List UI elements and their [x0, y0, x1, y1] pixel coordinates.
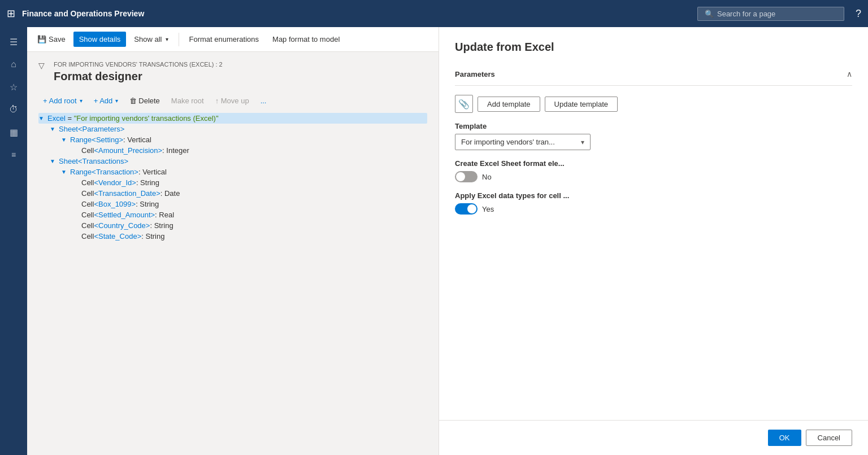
page-title: Format designer: [54, 70, 223, 83]
format-enumerations-button[interactable]: Format enumerations: [184, 32, 265, 47]
grid-icon[interactable]: ⊞: [7, 7, 15, 20]
attach-button[interactable]: 📎: [455, 95, 473, 113]
expand-sheet-transactions-icon[interactable]: ▼: [50, 158, 59, 164]
right-panel-footer: OK Cancel: [439, 420, 868, 455]
right-panel: Update from Excel Parameters ∧ 📎 Add tem…: [439, 27, 868, 455]
tree-node-cell-amount[interactable]: Cell<Amount_Precision>: Integer: [38, 145, 427, 156]
add-arrow-icon: ▾: [115, 98, 118, 104]
show-all-button[interactable]: Show all ▾: [128, 32, 173, 47]
more-button[interactable]: ...: [256, 94, 271, 107]
create-excel-value: No: [482, 173, 492, 181]
breadcrumb: FOR IMPORTING VENDORS' TRANSACTIONS (EXC…: [54, 61, 223, 68]
create-excel-label: Create Excel Sheet format ele...: [455, 159, 852, 168]
tree-node-cell-state[interactable]: Cell<State_Code>: String: [38, 231, 427, 242]
make-root-button[interactable]: Make root: [167, 94, 209, 107]
ok-button[interactable]: OK: [768, 430, 801, 446]
expand-sheet-params-icon[interactable]: ▼: [50, 126, 59, 132]
create-excel-toggle-row: No: [455, 171, 852, 182]
apply-excel-toggle[interactable]: [455, 203, 478, 215]
main-layout: ☰ ⌂ ☆ ⏱ ▦ ≡ 💾 Save Show details Show all…: [0, 27, 868, 455]
show-details-button[interactable]: Show details: [73, 32, 127, 47]
collapse-icon[interactable]: ∧: [847, 69, 852, 78]
sidebar-item-menu[interactable]: ☰: [3, 32, 24, 52]
template-field-label: Template: [455, 122, 852, 130]
apply-excel-value: Yes: [482, 205, 494, 213]
apply-excel-label: Apply Excel data types for cell ...: [455, 191, 852, 200]
toolbar: 💾 Save Show details Show all ▾ Format en…: [27, 27, 439, 52]
tree-node-range-transaction[interactable]: ▼ Range<Transaction>: Vertical: [38, 167, 427, 177]
tree-node-cell-box[interactable]: Cell<Box_1099>: String: [38, 199, 427, 209]
apply-excel-toggle-thumb: [467, 204, 476, 213]
tree-toolbar: + Add root ▾ + Add ▾ 🗑 Delete Make root …: [38, 94, 427, 107]
search-box[interactable]: 🔍 Search for a page: [697, 7, 844, 21]
tree-view: ▼ Excel = "For importing vendors' transa…: [38, 113, 427, 242]
tree-node-root[interactable]: ▼ Excel = "For importing vendors' transa…: [38, 113, 427, 124]
sidebar-item-home[interactable]: ⌂: [3, 54, 24, 75]
add-root-arrow-icon: ▾: [80, 98, 83, 104]
tree-node-cell-vendor[interactable]: Cell<Vendor_Id>: String: [38, 177, 427, 188]
search-placeholder: Search for a page: [717, 10, 775, 18]
save-button[interactable]: 💾 Save: [32, 32, 71, 47]
params-section-header: Parameters ∧: [455, 63, 852, 86]
designer-area: ▽ FOR IMPORTING VENDORS' TRANSACTIONS (E…: [27, 52, 439, 455]
filter-icon: ▽: [38, 61, 45, 70]
attach-icon: 📎: [458, 99, 470, 110]
toolbar-divider-1: [179, 33, 179, 46]
create-excel-toggle-thumb: [456, 172, 465, 181]
template-dropdown-value: For importing vendors' tran...: [461, 138, 555, 146]
tree-node-range-setting[interactable]: ▼ Range<Setting>: Vertical: [38, 134, 427, 145]
apply-excel-toggle-row: Yes: [455, 203, 852, 215]
tree-node-cell-country[interactable]: Cell<Country_Code>: String: [38, 220, 427, 231]
right-panel-title: Update from Excel: [439, 27, 868, 63]
show-all-arrow-icon: ▾: [166, 36, 168, 42]
help-icon[interactable]: ?: [856, 8, 861, 20]
create-excel-field-row: Create Excel Sheet format ele... No: [455, 159, 852, 182]
create-excel-toggle[interactable]: [455, 171, 478, 182]
template-dropdown-arrow-icon: ▾: [581, 138, 584, 146]
cancel-button[interactable]: Cancel: [806, 430, 852, 446]
top-bar: ⊞ Finance and Operations Preview 🔍 Searc…: [0, 0, 868, 27]
right-panel-body: Parameters ∧ 📎 Add template Update templ…: [439, 63, 868, 420]
template-dropdown[interactable]: For importing vendors' tran... ▾: [455, 134, 591, 150]
content-area: 💾 Save Show details Show all ▾ Format en…: [27, 27, 439, 455]
save-icon: 💾: [37, 35, 46, 43]
delete-button[interactable]: 🗑 Delete: [125, 94, 164, 107]
delete-icon: 🗑: [129, 97, 137, 105]
sidebar: ☰ ⌂ ☆ ⏱ ▦ ≡: [0, 27, 27, 455]
tree-node-cell-settled[interactable]: Cell<Settled_Amount>: Real: [38, 209, 427, 220]
add-button[interactable]: + Add ▾: [89, 94, 123, 107]
tree-node-sheet-transactions[interactable]: ▼ Sheet<Transactions>: [38, 156, 427, 167]
params-section-title: Parameters: [455, 70, 495, 78]
tree-node-cell-txdate[interactable]: Cell<Transaction_Date>: Date: [38, 188, 427, 199]
move-up-button[interactable]: ↑ Move up: [211, 94, 254, 107]
apply-excel-field-row: Apply Excel data types for cell ... Yes: [455, 191, 852, 215]
sidebar-item-favorites[interactable]: ☆: [3, 77, 24, 97]
search-icon: 🔍: [705, 10, 714, 18]
add-template-button[interactable]: Add template: [478, 97, 540, 112]
expand-range-transaction-icon[interactable]: ▼: [61, 169, 70, 175]
update-template-button[interactable]: Update template: [545, 97, 618, 112]
sidebar-item-recent[interactable]: ⏱: [3, 99, 24, 120]
tree-node-sheet-params[interactable]: ▼ Sheet<Parameters>: [38, 124, 427, 134]
add-root-button[interactable]: + Add root ▾: [38, 94, 87, 107]
map-format-button[interactable]: Map format to model: [267, 32, 345, 47]
app-title: Finance and Operations Preview: [22, 9, 691, 18]
sidebar-item-list[interactable]: ≡: [3, 145, 24, 165]
sidebar-item-workspaces[interactable]: ▦: [3, 122, 24, 142]
expand-range-setting-icon[interactable]: ▼: [61, 137, 70, 143]
template-buttons: 📎 Add template Update template: [455, 95, 852, 113]
template-field-row: Template For importing vendors' tran... …: [455, 122, 852, 150]
expand-root-icon[interactable]: ▼: [38, 115, 47, 121]
